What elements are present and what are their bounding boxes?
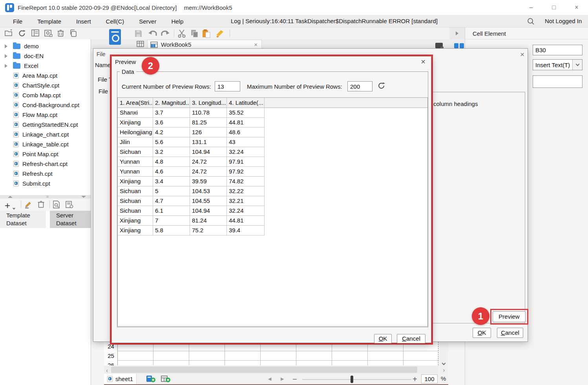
expand-icon[interactable] [5,44,7,48]
tree-file[interactable]: Point Map.cpt [0,149,91,159]
table-cell: Heilongjiang [118,128,153,137]
scroll-left-icon[interactable]: ‹ [106,367,108,374]
current-rows-label: Current Number of Preview Rows: [122,83,211,90]
preview-dataset-icon[interactable] [53,201,60,208]
close-button[interactable]: × [565,0,588,15]
cell-grid[interactable] [118,342,438,365]
preview-cancel-button[interactable]: Cancel [397,334,425,343]
column-header[interactable]: 3. Longitud... [190,98,227,108]
save-icon[interactable] [134,29,142,38]
chevron-down-icon[interactable] [572,60,582,70]
menu-item-insert[interactable]: Insert [69,15,99,27]
sidebar-splitter[interactable]: = [0,195,91,199]
new-workbook-grid-icon[interactable] [137,41,144,47]
tree-file[interactable]: Comb Map.cpt [0,90,91,100]
export-icon[interactable] [435,43,443,48]
table-cell: Sichuan [118,186,153,196]
tree-file[interactable]: Area Map.cpt [0,71,91,80]
format-painter-icon[interactable] [215,29,224,38]
tree-folder[interactable]: Excel [0,61,91,71]
tab-sheet1[interactable]: sheet1 [104,374,137,384]
sheet-nav-right-icon[interactable]: ▶ [281,376,284,381]
undo-icon[interactable] [148,29,158,37]
tab-close-icon[interactable]: × [254,41,257,48]
spreadsheet-fragment[interactable]: 242526 [104,342,438,365]
paste-icon[interactable] [202,29,211,38]
menu-item-template[interactable]: Template [30,15,69,27]
refresh-icon[interactable] [18,29,26,37]
tree-file[interactable]: ChartStyle.cpt [0,80,91,90]
copy-icon[interactable] [191,29,199,38]
insert-type-select[interactable]: Insert Text(T) [533,59,583,70]
sheet-nav-left-icon[interactable]: ◀ [268,376,271,381]
login-status[interactable]: Not Logged In [545,18,582,24]
menu-item-file[interactable]: File [5,15,30,27]
horizontal-scrollbar[interactable]: ‹ [104,366,438,374]
add-form-sheet-icon[interactable] [161,375,171,383]
menu-item-server[interactable]: Server [131,15,164,27]
widget-icon[interactable] [454,43,464,48]
zoom-out-button[interactable]: − [292,375,297,384]
vertical-scrollbar[interactable] [440,342,448,365]
scroll-right-icon[interactable]: › [440,366,448,374]
zoom-value-input[interactable]: 100 [421,374,438,383]
column-header[interactable]: 2. Magnitud... [153,98,190,108]
scroll-down-icon[interactable] [442,359,445,366]
expand-icon[interactable] [5,64,7,68]
template-settings-icon[interactable] [44,29,53,37]
cut-icon[interactable] [177,29,186,38]
tab-workbook5[interactable]: WorkBook5 × [147,40,262,49]
column-header[interactable]: 1. Area(Stri... [118,98,153,108]
preview-ok-button[interactable]: OK [374,334,392,343]
panel-collapse-strip[interactable] [449,27,465,39]
minimize-button[interactable]: – [520,0,542,15]
add-dataset-button[interactable]: + [5,200,10,211]
edit-query-icon[interactable] [66,201,73,208]
tree-folder[interactable]: demo [0,41,91,51]
current-rows-input[interactable]: 13 [215,81,240,91]
menu-item-help[interactable]: Help [164,15,191,27]
hscroll-thumb[interactable] [111,367,417,373]
zoom-in-button[interactable]: + [413,375,417,384]
new-folder-icon[interactable] [5,29,13,36]
tree-file[interactable]: Flow Map.cpt [0,110,91,120]
table-cell: 44.81 [227,216,265,225]
max-rows-input[interactable]: 200 [347,81,373,91]
tree-file[interactable]: Submit.cpt [0,179,91,188]
tab-server-dataset[interactable]: Server Dataset [50,211,91,228]
tree-file[interactable]: Linkage_chart.cpt [0,130,91,139]
edit-dataset-icon[interactable] [24,201,32,208]
template-panel-icon[interactable] [31,29,39,36]
zoom-slider-handle[interactable] [351,376,353,383]
cell-reference-field[interactable]: B30 [533,45,583,55]
file-dialog-close-icon[interactable]: × [520,50,524,59]
file-dialog-ok-button[interactable]: OK [473,328,491,338]
add-dataset-caret-icon[interactable] [13,204,15,210]
duplicate-icon[interactable] [69,29,77,37]
add-report-sheet-icon[interactable] [146,375,156,383]
preview-data-table: 1. Area(Stri...2. Magnitud...3. Longitud… [117,97,428,327]
tree-file[interactable]: Refresh.cpt [0,169,91,179]
delete-dataset-icon[interactable] [38,201,44,208]
refresh-preview-icon[interactable] [377,82,385,90]
zoom-slider-track[interactable] [302,379,411,380]
tree-file[interactable]: Cond-Background.cpt [0,100,91,110]
tree-file[interactable]: Refresh-chart.cpt [0,159,91,169]
search-icon[interactable] [527,18,535,25]
preview-template-icon[interactable] [109,29,121,45]
tree-file[interactable]: GettingStartedEN.cpt [0,120,91,130]
directory-sidebar: demodoc-ENExcelArea Map.cptChartStyle.cp… [0,39,91,385]
tree-file[interactable]: Linkage_table.cpt [0,139,91,149]
file-dialog-cancel-button[interactable]: Cancel [497,328,523,338]
tab-template-dataset[interactable]: Template Dataset [0,211,46,228]
column-header[interactable]: 4. Latitude(... [227,98,265,108]
menu-item-cellc[interactable]: Cell(C) [99,15,132,27]
tree-folder[interactable]: doc-EN [0,51,91,61]
maximize-button[interactable]: □ [542,0,565,15]
redo-icon[interactable] [160,29,170,37]
delete-icon[interactable] [57,29,64,37]
log-status-text[interactable]: Log | Seriously:16:40:11 TaskDispatcher$… [231,18,438,24]
expand-icon[interactable] [5,54,7,58]
cell-value-field[interactable] [533,75,583,88]
preview-dialog-close-icon[interactable]: × [421,57,425,66]
